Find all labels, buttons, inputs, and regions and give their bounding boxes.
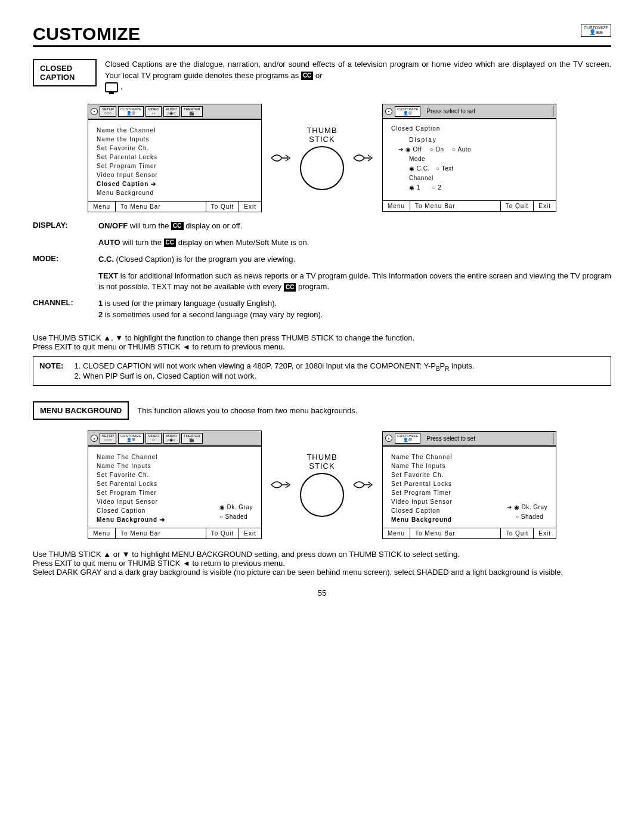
thumb-label: STICK bbox=[300, 462, 344, 470]
joystick-icon bbox=[91, 108, 98, 115]
instr-line: Press EXIT to quit menu or THUMB STICK ◄… bbox=[33, 559, 611, 568]
menu-item: Set Program Timer bbox=[97, 162, 253, 171]
intro-or: or bbox=[315, 71, 323, 80]
icon-label: CUSTOMIZE bbox=[584, 26, 608, 30]
cc-icon: CC bbox=[164, 239, 176, 247]
options-col: ➔ Dk. Gray Shaded bbox=[507, 503, 547, 524]
menu-item: Closed Caption bbox=[391, 506, 495, 515]
menu-item: Set Program Timer bbox=[391, 488, 495, 497]
menu-item: Name the Channel bbox=[97, 126, 253, 135]
tab-theater: THEATER🎬 bbox=[181, 433, 203, 444]
menu-item-selected: Menu Background bbox=[391, 515, 495, 524]
panel-tabs: SETUP○○○ CUSTOMIZE👤⊞ VIDEO▫▫ AUDIO♪◉♫ TH… bbox=[88, 104, 261, 119]
thumb-stick-icon bbox=[300, 146, 344, 190]
def-mode: MODE: C.C. (Closed Caption) is for the p… bbox=[33, 254, 611, 293]
def-term: CHANNEL: bbox=[33, 298, 98, 320]
footer-quit: To Quit bbox=[500, 201, 534, 211]
closed-caption-label: CLOSED CAPTION bbox=[33, 59, 97, 86]
joystick-icon bbox=[91, 435, 98, 442]
footer-bar: To Menu Bar bbox=[115, 202, 206, 212]
menu-item-selected: Menu Background bbox=[97, 515, 208, 524]
panel-title: Closed Caption bbox=[391, 125, 547, 132]
closed-caption-intro: Closed Captions are the dialogue, narrat… bbox=[105, 59, 611, 93]
tab-setup: SETUP○○○ bbox=[100, 106, 116, 117]
menu-item: Set Favorite Ch. bbox=[391, 470, 495, 479]
opt-display: Display bbox=[409, 135, 547, 145]
tab-setup: SETUP○○○ bbox=[100, 433, 116, 444]
cc-icon: CC bbox=[171, 222, 183, 230]
opt-off: Off bbox=[405, 146, 422, 153]
opt-2: 2 bbox=[432, 184, 442, 191]
flow-arrow-icon bbox=[270, 151, 292, 165]
footer-bar: To Menu Bar bbox=[410, 201, 500, 211]
cc-right-panel: CUSTOMIZE👤⊞ Press select to set Closed C… bbox=[382, 104, 556, 212]
menu-item: Video Input Sensor bbox=[97, 171, 253, 179]
cc-icon: CC bbox=[284, 283, 296, 292]
menu-item: Video Input Sensor bbox=[391, 497, 495, 506]
footer-quit: To Quit bbox=[206, 202, 239, 212]
press-select-label: Press select to set bbox=[423, 433, 553, 444]
def-term: DISPLAY: bbox=[33, 221, 98, 248]
panel-footer: Menu To Menu Bar To Quit Exit bbox=[88, 528, 261, 538]
menu-item: Set Parental Locks bbox=[97, 153, 253, 162]
menu-item-selected: Closed Caption bbox=[97, 179, 253, 188]
note-body: 1. CLOSED CAPTION will not work when vie… bbox=[74, 361, 474, 381]
footer-quit: To Quit bbox=[500, 528, 534, 538]
opt-on: On bbox=[429, 146, 444, 153]
def-term: MODE: bbox=[33, 254, 98, 293]
menu-item: Set Program Timer bbox=[97, 488, 208, 497]
panel-footer: Menu To Menu Bar To Quit Exit bbox=[383, 200, 556, 211]
cc-left-panel: SETUP○○○ CUSTOMIZE👤⊞ VIDEO▫▫ AUDIO♪◉♫ TH… bbox=[88, 104, 262, 212]
thumb-label: STICK bbox=[300, 135, 344, 144]
flow-arrow-icon bbox=[352, 478, 374, 492]
footer-exit: Exit bbox=[533, 201, 556, 211]
footer-exit: Exit bbox=[239, 528, 261, 538]
menu-background-label: MENU BACKGROUND bbox=[33, 401, 129, 420]
def-channel: CHANNEL: 1 is used for the primary langu… bbox=[33, 298, 611, 320]
opt-dkgray: Dk. Gray bbox=[219, 503, 253, 512]
menu-item: Video Input Sensor bbox=[97, 497, 208, 506]
tab-video: VIDEO▫▫ bbox=[145, 106, 162, 117]
footer-bar: To Menu Bar bbox=[410, 528, 500, 538]
footer-quit: To Quit bbox=[206, 528, 239, 538]
menu-item: Set Parental Locks bbox=[391, 479, 495, 488]
menu-list: Name The Channel Name The Inputs Set Fav… bbox=[97, 453, 208, 524]
footer-bar: To Menu Bar bbox=[115, 528, 206, 538]
row: C.C. Text bbox=[409, 164, 547, 174]
thumb-stick-icon bbox=[300, 473, 344, 517]
thumb-label: THUMB bbox=[300, 453, 344, 462]
panel-footer: Menu To Menu Bar To Quit Exit bbox=[88, 201, 261, 212]
screen-icon bbox=[105, 82, 118, 92]
page-title: CUSTOMIZE bbox=[33, 24, 141, 44]
footer-menu: Menu bbox=[88, 528, 115, 538]
panel-inner: Name The Channel Name The Inputs Set Fav… bbox=[383, 446, 556, 528]
tab-customize: CUSTOMIZE👤⊞ bbox=[118, 106, 144, 117]
panel-footer: Menu To Menu Bar To Quit Exit bbox=[383, 528, 556, 538]
menu-item: Set Favorite Ch. bbox=[97, 144, 253, 153]
panel-tabs: CUSTOMIZE👤⊞ Press select to set bbox=[383, 104, 556, 119]
options-block: Display ➔ Off On Auto Mode C.C. Text Cha… bbox=[391, 135, 547, 193]
instr-line: Select DARK GRAY and a dark gray backgro… bbox=[33, 568, 611, 577]
menu-item: Name The Inputs bbox=[97, 462, 208, 470]
panel-tabs: CUSTOMIZE👤⊞ Press select to set bbox=[383, 432, 556, 446]
menu-item: Set Favorite Ch. bbox=[97, 470, 208, 479]
def-body: C.C. (Closed Caption) is for the program… bbox=[98, 254, 611, 293]
footer-menu: Menu bbox=[88, 202, 115, 212]
menu-item: Name The Inputs bbox=[391, 462, 495, 470]
row: ➔ Off On Auto bbox=[409, 145, 547, 154]
opt-text: Text bbox=[436, 165, 454, 172]
opt-channel: Channel bbox=[409, 174, 547, 183]
menu-item: Name The Channel bbox=[97, 453, 208, 462]
menu-item: Menu Background bbox=[97, 188, 253, 197]
closed-caption-intro-row: CLOSED CAPTION Closed Captions are the d… bbox=[33, 59, 611, 93]
def-body: ON/OFF will turn the CC display on or of… bbox=[98, 221, 611, 248]
customize-header-icon: CUSTOMIZE 👤⊞⊟ bbox=[581, 24, 611, 37]
page-number: 55 bbox=[33, 589, 611, 597]
flow-arrow-icon bbox=[352, 151, 374, 165]
mb-right-panel: CUSTOMIZE👤⊞ Press select to set Name The… bbox=[382, 431, 556, 539]
panel-inner: Closed Caption Display ➔ Off On Auto Mod… bbox=[383, 119, 556, 200]
menu-bg-intro-row: MENU BACKGROUND This function allows you… bbox=[33, 401, 611, 420]
tab-audio: AUDIO♪◉♫ bbox=[163, 106, 179, 117]
cc-instructions: Use THUMB STICK ▲, ▼ to highlight the fu… bbox=[33, 333, 611, 351]
menu-list: Name the Channel Name the Inputs Set Fav… bbox=[97, 126, 253, 197]
